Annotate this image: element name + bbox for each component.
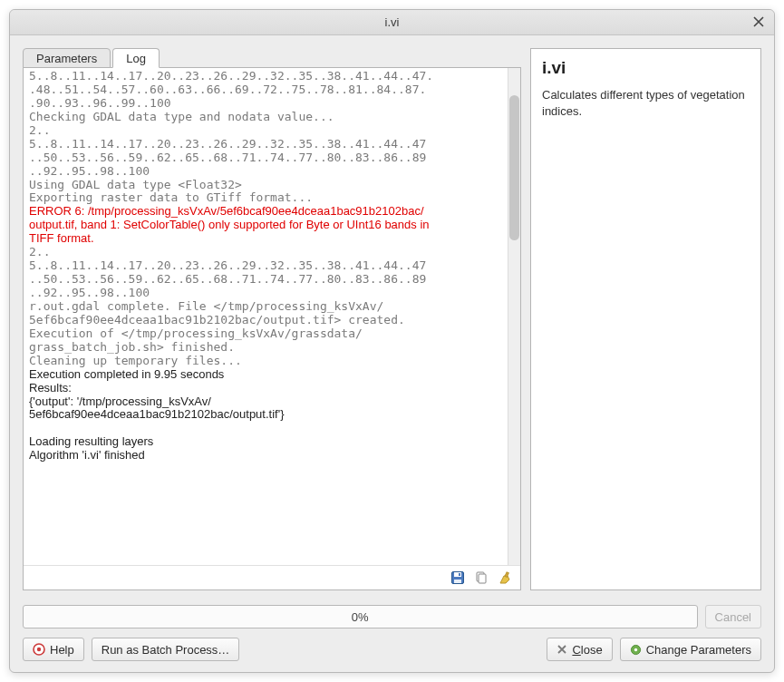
copy-icon[interactable]: [473, 570, 489, 586]
log-toolbar: [24, 565, 520, 589]
run-batch-button[interactable]: Run as Batch Process…: [92, 638, 240, 661]
titlebar: i.vi: [10, 10, 774, 35]
close-button[interactable]: Close: [547, 638, 612, 661]
scrollbar-thumb[interactable]: [509, 95, 519, 240]
clear-icon[interactable]: [497, 570, 513, 586]
svg-rect-2: [454, 580, 461, 583]
help-description: Calculates different types of vegetation…: [542, 87, 750, 119]
save-icon[interactable]: [450, 570, 466, 586]
svg-rect-5: [479, 574, 486, 583]
tab-parameters[interactable]: Parameters: [23, 48, 111, 68]
gear-icon: [630, 644, 642, 656]
cancel-button: Cancel: [705, 605, 761, 628]
log-output: 5..8..11..14..17..20..23..26..29..32..35…: [24, 68, 508, 565]
progress-bar: 0%: [23, 605, 698, 628]
help-panel: i.vi Calculates different types of veget…: [530, 48, 761, 590]
tab-log[interactable]: Log: [112, 48, 160, 68]
help-heading: i.vi: [542, 58, 750, 78]
change-parameters-button[interactable]: Change Parameters: [620, 638, 761, 661]
close-icon[interactable]: [750, 14, 767, 30]
tab-bar: Parameters Log: [23, 48, 521, 68]
svg-rect-3: [459, 573, 460, 576]
window-title: i.vi: [385, 15, 400, 29]
svg-point-10: [634, 648, 636, 650]
help-icon: [33, 643, 45, 656]
cancel-icon: [557, 644, 567, 655]
progress-text: 0%: [352, 610, 369, 624]
help-button[interactable]: Help: [23, 638, 84, 661]
svg-point-8: [37, 648, 41, 651]
log-scrollbar[interactable]: [508, 68, 520, 565]
